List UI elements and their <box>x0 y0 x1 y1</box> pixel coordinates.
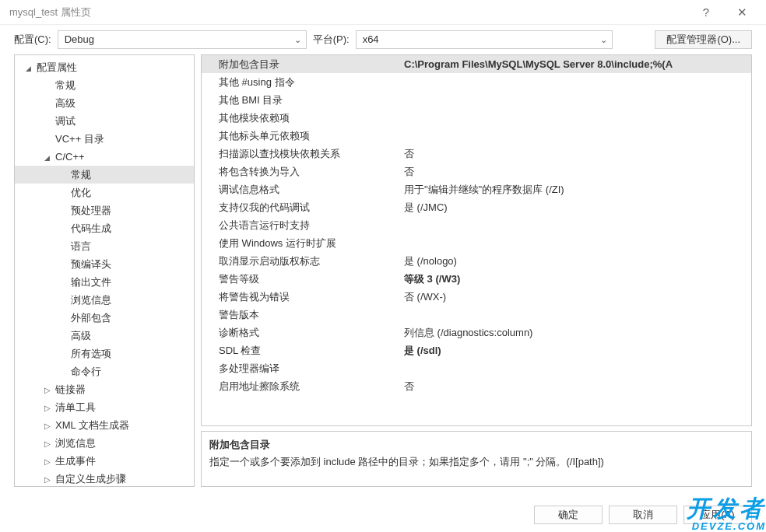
tree-item-label: 所有选项 <box>71 347 111 361</box>
property-row[interactable]: 其他模块依赖项 <box>202 109 751 127</box>
property-label: 多处理器编译 <box>202 362 401 376</box>
tree-item-label: 浏览信息 <box>71 293 111 307</box>
tree-item[interactable]: 生成事件 <box>15 452 194 470</box>
tree-item[interactable]: 预处理器 <box>15 201 194 219</box>
tree-item-label: 高级 <box>55 96 76 110</box>
triangle-right-icon <box>44 457 55 466</box>
property-label: 调试信息格式 <box>202 183 401 197</box>
tree-item-label: 外部包含 <box>71 311 111 325</box>
property-label: 支持仅我的代码调试 <box>202 201 401 215</box>
tree-item[interactable]: 清单工具 <box>15 398 194 416</box>
tree-item-label: C/C++ <box>55 151 85 163</box>
property-row[interactable]: 调试信息格式用于"编辑并继续"的程序数据库 (/ZI) <box>202 180 751 198</box>
chevron-down-icon: ⌄ <box>600 35 607 45</box>
property-value[interactable]: 是 (/sdl) <box>401 344 751 358</box>
property-row[interactable]: 取消显示启动版权标志是 (/nologo) <box>202 252 751 270</box>
property-grid[interactable]: 附加包含目录C:\Program Files\MySQL\MySQL Serve… <box>201 54 752 426</box>
platform-dropdown[interactable]: x64 ⌄ <box>356 30 613 49</box>
help-button[interactable]: ? <box>688 0 724 25</box>
property-value[interactable]: 是 (/nologo) <box>401 254 751 268</box>
tree-item[interactable]: 优化 <box>15 184 194 201</box>
apply-button[interactable]: 应用(A) <box>683 506 752 524</box>
tree-item-label: 命令行 <box>71 365 101 379</box>
tree-item[interactable]: C/C++ <box>15 148 194 166</box>
property-row[interactable]: 警告等级等级 3 (/W3) <box>202 270 751 288</box>
tree-item[interactable]: 高级 <box>15 327 194 345</box>
tree-item-label: 语言 <box>71 240 91 254</box>
platform-value: x64 <box>363 33 379 45</box>
tree-item[interactable]: 调试 <box>15 112 194 130</box>
tree-item-label: 优化 <box>71 186 91 200</box>
description-panel: 附加包含目录 指定一个或多个要添加到 include 路径中的目录；如果指定多个… <box>201 431 752 487</box>
tree-item[interactable]: 预编译头 <box>15 255 194 273</box>
property-row[interactable]: 公共语言运行时支持 <box>202 216 751 234</box>
tree-item[interactable]: 输出文件 <box>15 273 194 291</box>
tree-item[interactable]: 语言 <box>15 237 194 255</box>
tree-item-label: 输出文件 <box>71 275 111 289</box>
property-row[interactable]: SDL 检查是 (/sdl) <box>202 341 751 359</box>
tree-item[interactable]: 链接器 <box>15 380 194 398</box>
property-row[interactable]: 将警告视为错误否 (/WX-) <box>202 288 751 306</box>
property-label: 取消显示启动版权标志 <box>202 254 401 268</box>
property-value[interactable]: 用于"编辑并继续"的程序数据库 (/ZI) <box>401 183 751 197</box>
config-label: 配置(C): <box>14 33 51 47</box>
property-label: 将包含转换为导入 <box>202 165 401 179</box>
property-row[interactable]: 诊断格式列信息 (/diagnostics:column) <box>202 324 751 341</box>
property-row[interactable]: 多处理器编译 <box>202 359 751 377</box>
property-row[interactable]: 使用 Windows 运行时扩展 <box>202 234 751 252</box>
property-label: 将警告视为错误 <box>202 290 401 304</box>
property-row[interactable]: 扫描源以查找模块依赖关系否 <box>202 145 751 163</box>
dialog-footer: 确定 取消 应用(A) <box>534 506 752 524</box>
tree-item-label: 链接器 <box>55 383 86 397</box>
property-value[interactable]: 列信息 (/diagnostics:column) <box>401 326 751 340</box>
tree-item-label: 常规 <box>71 168 91 182</box>
tree-item[interactable]: 浏览信息 <box>15 434 194 452</box>
property-value[interactable]: 否 (/WX-) <box>401 290 751 304</box>
tree-item-label: 调试 <box>55 114 76 128</box>
property-value[interactable]: 等级 3 (/W3) <box>401 272 751 286</box>
main-area: 配置属性常规高级调试VC++ 目录C/C++常规优化预处理器代码生成语言预编译头… <box>0 54 766 487</box>
right-pane: 附加包含目录C:\Program Files\MySQL\MySQL Serve… <box>201 54 752 487</box>
property-row[interactable]: 警告版本 <box>202 306 751 324</box>
property-row[interactable]: 启用地址擦除系统否 <box>202 377 751 395</box>
tree-item[interactable]: 配置属性 <box>15 58 194 76</box>
tree-item[interactable]: 自定义生成步骤 <box>15 470 194 487</box>
property-value[interactable]: 否 <box>401 165 751 179</box>
triangle-down-icon <box>44 152 55 162</box>
property-row[interactable]: 其他 #using 指令 <box>202 73 751 91</box>
close-button[interactable]: ✕ <box>724 0 760 25</box>
tree-item[interactable]: XML 文档生成器 <box>15 416 194 434</box>
tree-item-label: 预处理器 <box>71 204 111 218</box>
property-row[interactable]: 其他 BMI 目录 <box>202 91 751 109</box>
property-value[interactable]: 是 (/JMC) <box>401 201 751 215</box>
tree-item[interactable]: VC++ 目录 <box>15 130 194 148</box>
description-text: 指定一个或多个要添加到 include 路径中的目录；如果指定多个，请用 ";"… <box>209 455 743 469</box>
property-row[interactable]: 支持仅我的代码调试是 (/JMC) <box>202 198 751 216</box>
property-value[interactable]: C:\Program Files\MySQL\MySQL Server 8.0\… <box>401 58 751 70</box>
cancel-button[interactable]: 取消 <box>609 506 677 524</box>
tree-item[interactable]: 所有选项 <box>15 345 194 362</box>
property-row[interactable]: 其他标头单元依赖项 <box>202 127 751 145</box>
triangle-right-icon <box>44 439 55 448</box>
property-label: 其他 BMI 目录 <box>202 93 401 107</box>
tree-item[interactable]: 外部包含 <box>15 309 194 327</box>
tree-item[interactable]: 浏览信息 <box>15 291 194 309</box>
property-value[interactable]: 否 <box>401 147 751 161</box>
tree-item[interactable]: 高级 <box>15 94 194 112</box>
tree-item-label: 预编译头 <box>71 257 111 271</box>
property-label: 使用 Windows 运行时扩展 <box>202 236 401 250</box>
property-row[interactable]: 将包含转换为导入否 <box>202 163 751 180</box>
tree-item[interactable]: 常规 <box>15 166 194 184</box>
config-manager-button[interactable]: 配置管理器(O)... <box>655 30 752 49</box>
ok-button[interactable]: 确定 <box>534 506 603 524</box>
tree-item-label: 常规 <box>55 79 76 93</box>
tree-item[interactable]: 命令行 <box>15 362 194 380</box>
property-row[interactable]: 附加包含目录C:\Program Files\MySQL\MySQL Serve… <box>202 55 751 73</box>
property-tree[interactable]: 配置属性常规高级调试VC++ 目录C/C++常规优化预处理器代码生成语言预编译头… <box>14 54 195 487</box>
tree-item[interactable]: 代码生成 <box>15 219 194 237</box>
config-dropdown[interactable]: Debug ⌄ <box>58 30 307 49</box>
property-label: 启用地址擦除系统 <box>202 380 401 394</box>
triangle-down-icon <box>26 63 37 72</box>
tree-item[interactable]: 常规 <box>15 76 194 94</box>
property-value[interactable]: 否 <box>401 380 751 394</box>
